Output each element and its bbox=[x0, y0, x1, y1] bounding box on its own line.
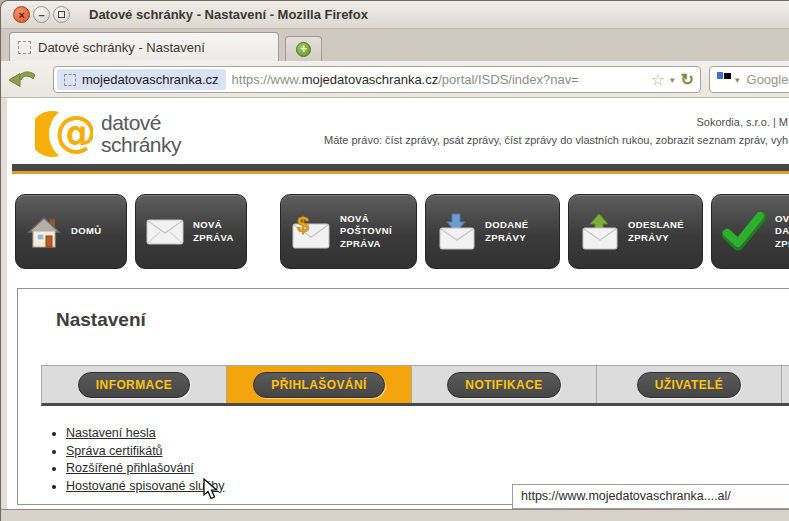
link-nastaveni-hesla[interactable]: Nastavení hesla bbox=[66, 426, 156, 440]
new-tab-button[interactable]: + bbox=[285, 36, 322, 61]
tab-label[interactable]: UŽIVATELÉ bbox=[637, 372, 742, 398]
home-icon bbox=[26, 214, 62, 250]
nav-button-label: OVĚŘENÍ DATOVÉ ZPRÁVY bbox=[775, 213, 789, 250]
maximize-button[interactable] bbox=[53, 6, 70, 23]
envelope-download-icon bbox=[436, 213, 476, 251]
rights-info: Máte právo: číst zprávy, psát zprávy, čí… bbox=[324, 134, 788, 146]
nav-button-nova-postovni-zprava[interactable]: $ NOVÁ POŠTOVNÍ ZPRÁVA bbox=[280, 194, 417, 269]
list-item: Správa certifikátů bbox=[66, 443, 224, 461]
status-tooltip: https://www.mojedatovaschranka....al/ bbox=[512, 484, 789, 509]
link-sprava-certifikatu[interactable]: Správa certifikátů bbox=[66, 444, 163, 458]
nav-button-label: DODANÉ ZPRÁVY bbox=[485, 219, 529, 244]
envelope-icon bbox=[146, 218, 184, 246]
window-bottom-edge bbox=[1, 509, 789, 521]
nav-button-nova-zprava[interactable]: NOVÁ ZPRÁVA bbox=[135, 194, 247, 269]
content-panel: Nastavení INFORMACE PŘIHLAŠOVÁNÍ NOTIFIK… bbox=[17, 288, 789, 505]
nav-button-label: DOMŮ bbox=[71, 225, 102, 237]
url-path: /portal/ISDS/index?nav= bbox=[438, 72, 579, 87]
nav-button-overeni[interactable]: OVĚŘENÍ DATOVÉ ZPRÁVY bbox=[711, 194, 789, 269]
nav-button-dodane-zpravy[interactable]: DODANÉ ZPRÁVY bbox=[425, 194, 560, 269]
close-icon: × bbox=[18, 9, 24, 21]
tab-prihlasovani[interactable]: PŘIHLAŠOVÁNÍ bbox=[227, 366, 412, 403]
svg-text:$: $ bbox=[297, 214, 309, 237]
back-button[interactable] bbox=[1, 67, 43, 91]
minimize-icon: – bbox=[38, 9, 44, 21]
logo-line2: schránky bbox=[101, 134, 181, 156]
favicon-placeholder-icon bbox=[18, 41, 31, 54]
nav-button-label: NOVÁ ZPRÁVA bbox=[193, 219, 234, 244]
nav-button-label: ODESLANÉ ZPRÁVY bbox=[628, 219, 684, 244]
tab-label[interactable]: NOTIFIKACE bbox=[447, 372, 560, 398]
header-divider bbox=[12, 164, 789, 174]
page-viewport: @ datové schránky Sokordia, s.r.o. | M M… bbox=[7, 98, 789, 509]
search-bar[interactable]: g ▾ Google bbox=[709, 66, 789, 93]
site-identity-label: mojedatovaschranka.cz bbox=[82, 72, 219, 87]
nav-button-odeslane-zpravy[interactable]: ODESLANÉ ZPRÁVY bbox=[568, 194, 703, 269]
close-button[interactable]: × bbox=[13, 6, 30, 23]
search-engine-dropdown-icon[interactable]: ▾ bbox=[735, 75, 740, 85]
tab-notifikace[interactable]: NOTIFIKACE bbox=[412, 366, 597, 403]
svg-text:@: @ bbox=[55, 110, 93, 157]
link-rozsirene-prihlasovani[interactable]: Rozšířené přihlašování bbox=[66, 461, 194, 475]
mouse-cursor bbox=[203, 478, 219, 500]
plus-glyph: + bbox=[300, 43, 307, 55]
site-favicon-placeholder-icon bbox=[64, 74, 76, 86]
logo-line1: datové bbox=[101, 112, 181, 134]
list-item: Nastavení hesla bbox=[66, 425, 224, 443]
list-item: Rozšířené přihlašování bbox=[66, 460, 224, 478]
checkmark-icon bbox=[722, 212, 766, 252]
settings-link-list: Nastavení hesla Správa certifikátů Rozší… bbox=[66, 425, 224, 495]
account-info: Sokordia, s.r.o. | M bbox=[696, 116, 788, 128]
maximize-icon bbox=[58, 11, 65, 18]
list-item: Hostované spisované služby bbox=[66, 478, 224, 496]
envelope-dollar-icon: $ bbox=[291, 214, 331, 250]
tab-uzivatele[interactable]: UŽIVATELÉ bbox=[597, 366, 782, 403]
page-title: Nastavení bbox=[56, 309, 146, 331]
url-domain: mojedatovaschranka.cz bbox=[302, 72, 439, 87]
link-hostovane-spisovane-sluzby[interactable]: Hostované spisované služby bbox=[66, 479, 224, 493]
url-scheme: https://www. bbox=[232, 72, 302, 87]
tab-kontakty[interactable]: KONTAKTY bbox=[782, 366, 789, 403]
reload-icon[interactable]: ↻ bbox=[681, 70, 694, 89]
titlebar[interactable]: × – Datové schránky - Nastavení - Mozill… bbox=[1, 1, 789, 29]
tab-label[interactable]: INFORMACE bbox=[78, 372, 190, 398]
bookmark-star-icon[interactable]: ☆ bbox=[651, 70, 665, 89]
url-text[interactable]: https://www.mojedatovaschranka.cz/portal… bbox=[232, 72, 649, 87]
nav-button-domu[interactable]: DOMŮ bbox=[15, 194, 127, 269]
firefox-window: × – Datové schránky - Nastavení - Mozill… bbox=[0, 0, 789, 521]
tab-bar: Datové schránky - Nastavení + bbox=[1, 29, 789, 61]
url-bar[interactable]: mojedatovaschranka.cz https://www.mojeda… bbox=[53, 66, 701, 93]
tab-label[interactable]: PŘIHLAŠOVÁNÍ bbox=[253, 372, 384, 398]
google-icon: g bbox=[716, 72, 732, 88]
back-arrow-icon bbox=[7, 67, 37, 91]
datove-schranky-logo-icon: @ bbox=[35, 110, 93, 158]
nav-button-label: NOVÁ POŠTOVNÍ ZPRÁVA bbox=[340, 213, 392, 250]
navigation-toolbar: mojedatovaschranka.cz https://www.mojeda… bbox=[1, 61, 789, 98]
settings-tabs: INFORMACE PŘIHLAŠOVÁNÍ NOTIFIKACE UŽIVAT… bbox=[41, 365, 789, 406]
envelope-upload-icon bbox=[579, 213, 619, 251]
tab-informace[interactable]: INFORMACE bbox=[42, 366, 227, 403]
url-dropdown-icon[interactable]: ▾ bbox=[670, 75, 675, 85]
site-identity-chip[interactable]: mojedatovaschranka.cz bbox=[57, 69, 226, 90]
minimize-button[interactable]: – bbox=[33, 6, 50, 23]
tab-title: Datové schránky - Nastavení bbox=[38, 40, 205, 55]
search-engine-label: Google bbox=[747, 72, 789, 87]
window-title: Datové schránky - Nastavení - Mozilla Fi… bbox=[89, 7, 368, 22]
browser-tab[interactable]: Datové schránky - Nastavení bbox=[9, 32, 279, 61]
plus-icon: + bbox=[296, 42, 311, 57]
site-logo[interactable]: @ datové schránky bbox=[35, 110, 181, 158]
logo-wordmark: datové schránky bbox=[101, 112, 181, 156]
